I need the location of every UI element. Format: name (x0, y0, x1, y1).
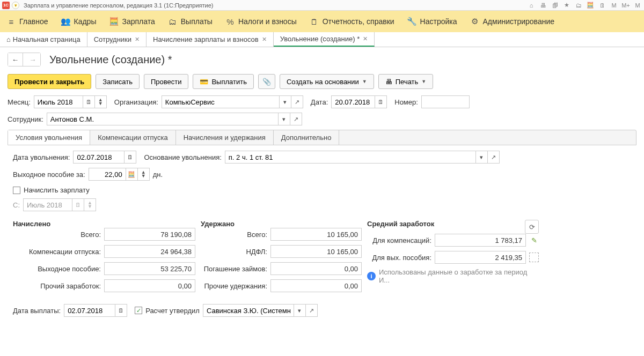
calendar-icon[interactable]: 🗓 (125, 151, 136, 164)
print-icon[interactable]: 🖶 (539, 1, 547, 10)
avg-header: Средний заработок (367, 220, 525, 228)
from-label: С: (13, 201, 20, 209)
tool-icon[interactable]: 🗂 (574, 1, 583, 10)
basis-label: Основание увольнения: (144, 153, 221, 161)
withheld-total-value: 10 165,00 (270, 228, 362, 241)
gear-icon: ⚙ (470, 17, 480, 26)
memory-mplus[interactable]: M+ (621, 1, 630, 10)
button-label: Выплатить (211, 78, 247, 86)
subtab-compensation[interactable]: Компенсации отпуска (90, 130, 176, 145)
memory-m2[interactable]: M (633, 1, 642, 10)
create-on-basis-button[interactable]: Создать на основании▼ (280, 74, 374, 89)
withheld-other-label: Прочие удержания: (204, 282, 267, 290)
refresh-button[interactable]: ⟳ (525, 220, 539, 234)
chevron-down-icon[interactable]: ▾ (279, 113, 290, 125)
attach-button[interactable]: 📎 (258, 74, 275, 89)
print-button[interactable]: 🖶Печать▼ (378, 74, 434, 89)
menu-settings[interactable]: 🔧Настройка (407, 17, 457, 26)
menu-admin[interactable]: ⚙Администрирование (470, 17, 555, 26)
tool-icon[interactable]: 🗐 (551, 1, 559, 10)
menu-label: Выплаты (181, 17, 213, 26)
chevron-down-icon[interactable]: ▾ (476, 151, 488, 164)
memory-m[interactable]: M (610, 1, 618, 10)
tab-dismissal[interactable]: Увольнение (создание) *✕ (274, 32, 375, 47)
menu-reports[interactable]: 🗒Отчетность, справки (310, 17, 394, 26)
tab-payroll[interactable]: Начисление зарплаты и взносов✕ (147, 32, 274, 47)
open-icon[interactable]: ↗ (291, 95, 303, 108)
calc-icon[interactable]: 🧮 (586, 1, 595, 10)
employee-field[interactable]: ▾↗ (47, 113, 302, 125)
approved-label: Расчет утвердил (145, 307, 200, 315)
org-input[interactable] (162, 95, 280, 108)
subtab-additional[interactable]: Дополнительно (274, 130, 340, 145)
menu-main[interactable]: ≡Главное (6, 17, 48, 26)
number-input[interactable] (421, 95, 470, 108)
paydate-input[interactable] (64, 304, 115, 317)
paperclip-icon: 📎 (262, 78, 271, 86)
date-input[interactable] (331, 95, 375, 108)
favorite-icon[interactable]: ★ (562, 1, 571, 10)
accrued-vacation-value: 24 964,38 (104, 245, 195, 258)
menu-label: Зарплата (122, 17, 155, 26)
month-input[interactable] (34, 95, 83, 108)
spinner-icon[interactable]: ▲▼ (95, 95, 107, 108)
menu-salary[interactable]: 🧮Зарплата (109, 17, 155, 26)
days-suffix: дн. (153, 170, 163, 179)
withheld-loans-label: Погашение займов: (204, 265, 267, 273)
basis-field[interactable]: ▾↗ (225, 151, 500, 164)
employee-input[interactable] (47, 113, 279, 125)
calc-icon[interactable]: 🧮 (126, 168, 138, 181)
severance-days-input[interactable] (89, 168, 126, 181)
save-button[interactable]: Записать (96, 74, 140, 89)
spinner-icon[interactable]: ▲▼ (138, 168, 150, 181)
paydate-field[interactable]: 🗓 (64, 304, 127, 317)
post-and-close-button[interactable]: Провести и закрыть (8, 74, 91, 89)
accrue-salary-checkbox[interactable] (13, 187, 20, 194)
dropdown-icon[interactable]: ▾ (12, 2, 19, 9)
open-icon[interactable]: ↗ (306, 304, 318, 317)
open-icon[interactable]: ↗ (488, 151, 500, 164)
close-icon[interactable]: ✕ (363, 35, 368, 42)
tab-home[interactable]: ⌂Начальная страница (0, 32, 87, 47)
tab-employees[interactable]: Сотрудники✕ (87, 32, 147, 47)
percent-icon: % (225, 17, 235, 26)
avg-sev-value: 2 419,35 (435, 251, 526, 264)
dismissal-date-field[interactable]: 🗓 (73, 151, 136, 164)
calendar-icon[interactable]: 🗓 (598, 1, 606, 10)
calendar-icon[interactable]: 🗓 (375, 95, 387, 108)
chevron-down-icon[interactable]: ▾ (294, 304, 306, 317)
pay-button[interactable]: 💳Выплатить (193, 74, 254, 89)
org-field[interactable]: ▾↗ (162, 95, 303, 108)
chevron-down-icon[interactable]: ▾ (280, 95, 291, 108)
dismissal-date-input[interactable] (73, 151, 125, 164)
open-tabs: ⌂Начальная страница Сотрудники✕ Начислен… (0, 32, 644, 47)
open-icon[interactable]: ↗ (290, 113, 302, 125)
approver-input[interactable] (203, 304, 294, 317)
card-icon: 💳 (200, 78, 208, 86)
calendar-icon[interactable]: 🗓 (83, 95, 95, 108)
approver-field[interactable]: ▾↗ (203, 304, 318, 317)
severance-label: Выходное пособие за: (13, 170, 85, 179)
approved-checkbox[interactable]: ✓ (135, 307, 142, 314)
tool-icon[interactable]: ⌂ (527, 1, 536, 10)
subtab-accruals[interactable]: Начисления и удержания (176, 130, 274, 145)
basis-input[interactable] (225, 151, 476, 164)
nav-back-button[interactable]: ← (8, 53, 23, 66)
edit-icon[interactable]: ✎ (529, 236, 539, 244)
placeholder-box[interactable] (529, 253, 539, 262)
nav-forward-button[interactable]: → (25, 53, 40, 66)
severance-days-field[interactable]: 🧮▲▼ (89, 168, 150, 181)
date-field[interactable]: 🗓 (331, 95, 387, 108)
withheld-ndfl-value: 10 165,00 (270, 245, 362, 258)
close-icon[interactable]: ✕ (135, 36, 140, 43)
calendar-icon[interactable]: 🗓 (115, 304, 127, 317)
menu-taxes[interactable]: %Налоги и взносы (225, 17, 297, 26)
menu-hr[interactable]: 👥Кадры (61, 17, 97, 26)
subtab-conditions[interactable]: Условия увольнения (8, 130, 90, 145)
close-icon[interactable]: ✕ (262, 36, 267, 43)
post-button[interactable]: Провести (144, 74, 189, 89)
number-field[interactable] (421, 95, 470, 108)
menu-payments[interactable]: 🗂Выплаты (168, 17, 213, 26)
month-field[interactable]: 🗓▲▼ (34, 95, 107, 108)
accrue-salary-label: Начислить зарплату (24, 186, 90, 194)
